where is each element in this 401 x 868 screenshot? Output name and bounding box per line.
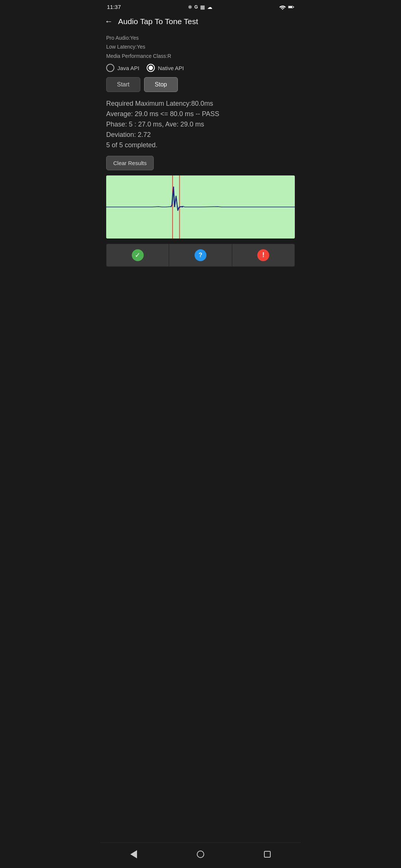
- stop-button[interactable]: Stop: [144, 77, 178, 92]
- nav-home-button[interactable]: [189, 848, 212, 860]
- nav-bar: [100, 842, 301, 868]
- error-icon: !: [257, 249, 269, 261]
- control-buttons: Start Stop: [106, 77, 295, 92]
- pass-button[interactable]: ✓: [106, 244, 169, 267]
- waveform-svg: [106, 175, 295, 239]
- nav-recents-icon: [264, 851, 271, 858]
- wifi-icon: [279, 4, 286, 10]
- result-line-1: Required Maximum Latency:80.0ms: [106, 99, 295, 109]
- nav-recents-button[interactable]: [257, 849, 278, 860]
- java-api-radio-outer: [106, 64, 114, 72]
- question-icon: ?: [195, 249, 206, 261]
- pass-icon: ✓: [132, 249, 144, 261]
- main-content: Pro Audio:Yes Low Latency:Yes Media Perf…: [100, 31, 301, 304]
- start-button[interactable]: Start: [106, 77, 140, 92]
- svg-rect-2: [288, 6, 292, 8]
- action-buttons: ✓ ? !: [106, 244, 295, 267]
- page-title: Audio Tap To Tone Test: [118, 17, 198, 26]
- status-bar: 11:37 ❄ G ▦ ☁: [100, 0, 301, 12]
- media-performance-label: Media Performance Class:R: [106, 52, 295, 60]
- fan-icon: ❄: [188, 4, 192, 10]
- native-api-radio-outer: [147, 64, 155, 72]
- question-button[interactable]: ?: [169, 244, 232, 267]
- error-button[interactable]: !: [232, 244, 295, 267]
- native-api-radio[interactable]: Native API: [147, 64, 184, 72]
- svg-rect-1: [293, 6, 294, 7]
- app-bar: ← Audio Tap To Tone Test: [100, 12, 301, 31]
- pro-audio-label: Pro Audio:Yes: [106, 34, 295, 42]
- result-line-3: Phase: 5 : 27.0 ms, Ave: 29.0 ms: [106, 119, 295, 130]
- battery-icon: [288, 4, 294, 10]
- back-button[interactable]: ←: [105, 17, 113, 26]
- result-line-2: Average: 29.0 ms <= 80.0 ms -- PASS: [106, 109, 295, 119]
- native-api-radio-inner: [149, 66, 153, 70]
- status-time: 11:37: [107, 4, 121, 10]
- low-latency-label: Low Latency:Yes: [106, 43, 295, 51]
- results-section: Required Maximum Latency:80.0ms Average:…: [106, 99, 295, 150]
- result-line-4: Deviation: 2.72: [106, 130, 295, 140]
- java-api-label: Java API: [117, 65, 139, 71]
- status-icons-left: ❄ G ▦ ☁: [188, 4, 212, 10]
- api-radio-group: Java API Native API: [106, 64, 295, 72]
- nav-back-button[interactable]: [123, 848, 144, 861]
- native-api-label: Native API: [158, 65, 184, 71]
- nav-back-icon: [130, 850, 137, 858]
- calendar-icon: ▦: [200, 4, 205, 10]
- waveform-chart: [106, 175, 295, 239]
- status-icons-right: [279, 4, 294, 10]
- google-icon: G: [195, 4, 198, 10]
- cloud-icon: ☁: [207, 4, 212, 10]
- java-api-radio[interactable]: Java API: [106, 64, 139, 72]
- clear-results-button[interactable]: Clear Results: [106, 156, 154, 170]
- result-line-5: 5 of 5 completed.: [106, 140, 295, 151]
- nav-home-icon: [197, 851, 204, 858]
